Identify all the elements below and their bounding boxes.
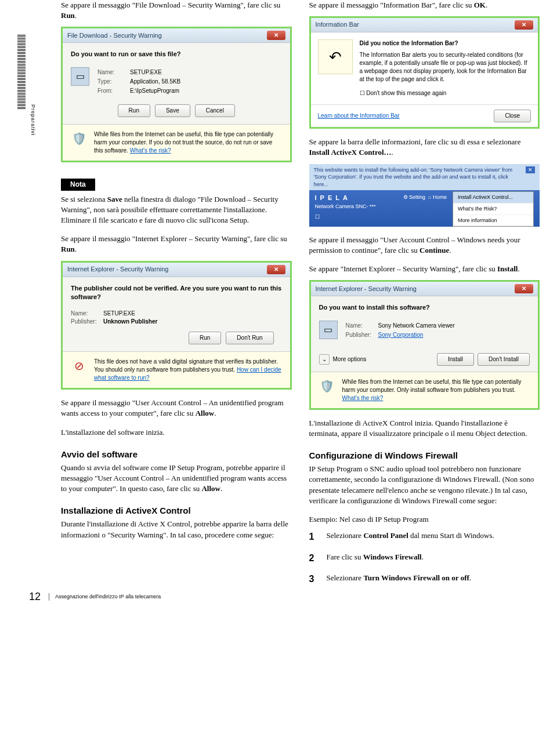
close-icon[interactable]: ✕ [267, 265, 285, 274]
nota-label: Nota [61, 179, 95, 191]
close-icon[interactable]: ✕ [267, 31, 285, 40]
dialog-information-bar: Information Bar✕ ↶ Did you notice the In… [309, 16, 540, 129]
dialog-title: Internet Explorer - Security Warning [316, 285, 417, 293]
file-icon: ▭ [319, 321, 338, 339]
side-decoration [17, 35, 26, 110]
para: L'installazione di ActiveX Control inizi… [309, 418, 540, 439]
info-body: The Information Bar alerts you to securi… [360, 51, 531, 83]
footer-title: Assegnazione dell'indirizzo IP alla tele… [49, 593, 161, 601]
list-item: Selezionare Control Panel dal menu Start… [309, 530, 540, 543]
para: Se appare il messaggio "User Account Con… [61, 398, 292, 419]
para: IP Setup Program o SNC audio upload tool… [309, 464, 540, 506]
heading-activex-install: Installazione di ActiveX Control [61, 504, 292, 517]
run-button[interactable]: Run [189, 332, 221, 344]
para: Se appare il messaggio "User Account Con… [309, 235, 540, 256]
dialog-question: The publisher could not be verified. Are… [71, 284, 282, 302]
setting-link[interactable]: Setting [409, 194, 425, 200]
run-button[interactable]: Run [118, 104, 150, 117]
warning-text: This file does not have a valid digital … [94, 358, 282, 382]
para: L'installazione del software inizia. [61, 427, 292, 438]
infobar-message[interactable]: This website wants to install the follow… [314, 166, 526, 188]
install-button[interactable]: Install [437, 353, 474, 366]
risk-link[interactable]: What's the risk? [130, 147, 171, 154]
dialog-ie-security-2: Internet Explorer - Security Warning✕ Do… [309, 280, 540, 409]
learn-link[interactable]: Learn about the Information Bar [318, 112, 400, 120]
save-button[interactable]: Save [155, 104, 190, 117]
menu-whats-risk[interactable]: What's the Risk? [453, 203, 533, 215]
dialog-question: Do you want to run or save this file? [71, 50, 282, 59]
chevron-down-icon[interactable]: ⌄ [319, 354, 330, 365]
close-button[interactable]: Close [494, 110, 531, 122]
para: Se appare la barra delle informazioni, f… [309, 137, 540, 158]
para: Se appare il messaggio "Information Bar"… [309, 0, 540, 10]
dialog-title: Information Bar [316, 20, 359, 29]
file-icon: ▭ [71, 67, 89, 86]
list-item: Fare clic su Windows Firewall. [309, 552, 540, 565]
shield-icon: 🛡️ [319, 378, 335, 394]
heading-firewall: Configurazione di Windows Firewall [309, 449, 540, 461]
risk-link[interactable]: What's the risk? [342, 395, 384, 401]
menu-install-activex[interactable]: Install ActiveX Control... [453, 192, 533, 203]
left-column: Se appare il messaggio "File Download – … [61, 0, 292, 594]
para: Quando si avvia del software come IP Set… [61, 463, 292, 495]
para: Se appare il messaggio "File Download – … [61, 0, 292, 21]
warning-text: While files from the Internet can be use… [342, 378, 530, 402]
para: Se appare "Internet Explorer – Security … [309, 264, 540, 274]
info-heading: Did you notice the Information Bar? [360, 39, 531, 48]
page-footer: 12 Assegnazione dell'indirizzo IP alla t… [29, 590, 161, 604]
dont-show-checkbox[interactable]: ☐ Don't show this message again [360, 89, 531, 97]
error-icon: ⊘ [71, 358, 87, 374]
warning-text: While files from the Internet can be use… [94, 130, 282, 155]
steps-list: Selezionare Control Panel dal menu Start… [309, 530, 540, 586]
sidebar-label: Preparativi [29, 104, 37, 136]
browser-info-bar: This website wants to install the follow… [309, 164, 540, 227]
close-icon[interactable]: ✕ [515, 20, 533, 30]
right-column: Se appare il messaggio "Information Bar"… [309, 0, 540, 594]
close-icon[interactable]: ✕ [515, 284, 533, 293]
home-link[interactable]: Home [433, 194, 447, 200]
publisher-link[interactable]: Sony Corporation [378, 332, 424, 338]
list-item: Selezionare Turn Windows Firewall on or … [309, 573, 540, 586]
context-menu: Install ActiveX Control... What's the Ri… [453, 191, 534, 227]
menu-more-info[interactable]: More information [453, 215, 533, 227]
page-number: 12 [29, 590, 41, 604]
dont-run-button[interactable]: Don't Run [226, 332, 273, 344]
dialog-file-download: File Download - Security Warning✕ Do you… [61, 27, 292, 162]
dialog-title: Internet Explorer - Security Warning [67, 265, 168, 274]
dont-install-button[interactable]: Don't Install [478, 353, 530, 366]
para: Se si seleziona Save nella finestra di d… [61, 194, 292, 226]
shield-icon: 🛡️ [71, 130, 87, 147]
para: Durante l'installazione di Active X Cont… [61, 519, 292, 540]
dialog-ie-security-1: Internet Explorer - Security Warning✕ Th… [61, 261, 292, 390]
dialog-question: Do you want to install this software? [319, 303, 530, 312]
dialog-title: File Download - Security Warning [67, 31, 162, 40]
para: Se appare il messaggio "Internet Explore… [61, 234, 292, 255]
heading-starting-software: Avvio del software [61, 448, 292, 460]
close-icon[interactable]: ✕ [526, 166, 535, 174]
cancel-button[interactable]: Cancel [195, 104, 235, 117]
info-bar-icon: ↶ [318, 39, 353, 74]
more-options[interactable]: More options [333, 355, 367, 364]
para: Esempio: Nel caso di IP Setup Program [309, 514, 540, 525]
